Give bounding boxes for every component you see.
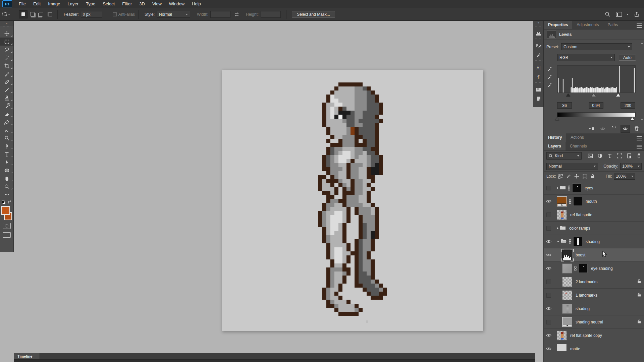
- layer-row-2-landmarks-7[interactable]: 2 landmarks: [544, 275, 644, 289]
- histogram-panel-button[interactable]: [533, 29, 544, 38]
- white-point-eyedropper-icon[interactable]: [547, 82, 552, 87]
- preset-dropdown[interactable]: Custom: [561, 43, 632, 50]
- visibility-toggle[interactable]: [544, 195, 554, 208]
- layer-name[interactable]: mouth: [586, 199, 597, 204]
- menu-filter[interactable]: Filter: [118, 0, 136, 8]
- filter-shape-layers-icon[interactable]: [617, 153, 622, 159]
- visibility-toggle[interactable]: [544, 208, 554, 221]
- menu-file[interactable]: File: [15, 0, 30, 8]
- input-white-slider[interactable]: [616, 94, 620, 97]
- toggle-visibility-button[interactable]: [621, 125, 630, 133]
- rectangular-marquee-tool[interactable]: [0, 38, 13, 46]
- new-selection-button[interactable]: [19, 10, 28, 18]
- crop-tool[interactable]: [0, 62, 13, 70]
- layer-thumbnail-checker-sprite[interactable]: [557, 210, 567, 220]
- layer-name[interactable]: ref flat sprite: [570, 213, 592, 217]
- move-tool[interactable]: [0, 29, 13, 38]
- lasso-tool[interactable]: [0, 46, 13, 54]
- layer-row-shading-4[interactable]: shading: [544, 235, 644, 248]
- mask-link[interactable]: [569, 199, 572, 204]
- tab-adjustments[interactable]: Adjustments: [572, 21, 603, 29]
- visibility-toggle[interactable]: [544, 262, 554, 275]
- visibility-toggle[interactable]: [544, 329, 554, 342]
- blend-mode-dropdown[interactable]: Normal: [546, 163, 598, 170]
- clip-to-layer-button[interactable]: [587, 125, 596, 132]
- select-and-mask-button[interactable]: Select and Mask...: [292, 11, 335, 18]
- layer-thumbnail-color-ramp[interactable]: [557, 196, 567, 206]
- layer-name[interactable]: shading: [576, 306, 590, 311]
- menu-select[interactable]: Select: [99, 0, 118, 8]
- panel-menu-icon[interactable]: [637, 145, 642, 149]
- layer-name[interactable]: ref flat sprite copy: [570, 333, 602, 338]
- filter-kind-dropdown[interactable]: Kind: [546, 152, 582, 160]
- layer-thumbnail-gray[interactable]: [562, 263, 572, 274]
- subtract-from-selection-button[interactable]: [37, 11, 45, 18]
- collapse-group-chevron[interactable]: [557, 241, 559, 242]
- menu-type[interactable]: Type: [82, 0, 99, 8]
- layer-name[interactable]: boost: [576, 253, 585, 257]
- filter-smart-objects-icon[interactable]: [627, 153, 632, 159]
- levels-histogram[interactable]: [557, 65, 636, 93]
- input-white-field[interactable]: 200: [621, 102, 635, 109]
- lock-all-icon[interactable]: [590, 174, 595, 179]
- layer-row-ref-flat-sprite-2[interactable]: ref flat sprite: [544, 208, 644, 222]
- layer-name[interactable]: 1 landmarks: [576, 293, 597, 298]
- visibility-toggle[interactable]: [544, 248, 554, 261]
- layer-thumbnail-light-ramp[interactable]: [557, 344, 567, 352]
- panel-menu-icon[interactable]: [637, 136, 642, 140]
- layer-mask-thumbnail[interactable]: [579, 264, 588, 273]
- layer-name[interactable]: matte: [570, 347, 580, 351]
- tab-actions[interactable]: Actions: [566, 133, 588, 142]
- layer-row-ref-flat-sprite-copy-11[interactable]: ref flat sprite copy: [544, 329, 644, 342]
- document-canvas[interactable]: [222, 70, 483, 331]
- healing-brush-tool[interactable]: [0, 78, 13, 86]
- tool-preset-picker[interactable]: [0, 10, 11, 18]
- quick-mask-button[interactable]: [3, 223, 11, 229]
- brush-tool[interactable]: [0, 86, 13, 94]
- hand-tool[interactable]: [0, 174, 13, 182]
- layer-name[interactable]: eye shading: [591, 266, 613, 271]
- layer-thumbnail-checker-red[interactable]: [562, 290, 572, 300]
- lock-transparency-icon[interactable]: [558, 174, 563, 179]
- menu-3d[interactable]: 3D: [136, 0, 149, 8]
- dock-grip[interactable]: [535, 26, 542, 28]
- mask-link[interactable]: [568, 185, 571, 191]
- visibility-toggle[interactable]: [544, 181, 554, 194]
- gray-point-eyedropper-icon[interactable]: [547, 74, 552, 79]
- black-point-eyedropper-icon[interactable]: [547, 66, 552, 71]
- mask-link[interactable]: [569, 239, 572, 244]
- menu-edit[interactable]: Edit: [30, 0, 44, 8]
- visibility-toggle[interactable]: [544, 235, 554, 248]
- auto-button[interactable]: Auto: [619, 55, 636, 61]
- brushes-panel-button[interactable]: [533, 51, 544, 60]
- layer-row-eyes-0[interactable]: eyes: [544, 181, 644, 195]
- delete-adjustment-button[interactable]: [632, 125, 641, 132]
- toolbar-grip[interactable]: [3, 26, 10, 29]
- opacity-field[interactable]: 100%: [620, 163, 642, 170]
- magic-wand-tool[interactable]: [0, 54, 13, 62]
- shape-tool[interactable]: [0, 166, 13, 174]
- share-icon[interactable]: [634, 11, 639, 17]
- intersect-selection-button[interactable]: [46, 11, 54, 18]
- layer-mask-thumbnail[interactable]: [573, 237, 582, 246]
- layer-name[interactable]: shading neutral: [576, 320, 603, 324]
- layer-row-eye-shading-6[interactable]: eye shading: [544, 262, 644, 275]
- anti-alias-checkbox[interactable]: [113, 12, 117, 16]
- type-tool[interactable]: [0, 150, 13, 158]
- menu-image[interactable]: Image: [44, 0, 64, 8]
- layer-row-boost-5[interactable]: boost: [544, 248, 644, 262]
- pen-tool[interactable]: [0, 142, 13, 150]
- layer-thumbnail-gray-ramp[interactable]: [562, 317, 572, 327]
- filter-toggle-icon[interactable]: [636, 153, 642, 159]
- previous-state-button[interactable]: [598, 125, 607, 132]
- layer-row-mouth-1[interactable]: mouth: [544, 195, 644, 208]
- layer-row-matte-12[interactable]: matte: [544, 342, 644, 351]
- visibility-toggle[interactable]: [544, 342, 554, 351]
- menu-layer[interactable]: Layer: [64, 0, 83, 8]
- notes-panel-button[interactable]: [533, 94, 544, 103]
- dock-grip[interactable]: [535, 60, 542, 63]
- filter-pixel-layers-icon[interactable]: [588, 153, 593, 159]
- foreground-color-swatch[interactable]: [1, 206, 10, 215]
- expand-group-chevron[interactable]: [557, 187, 558, 189]
- layer-mask-thumbnail[interactable]: [573, 197, 582, 206]
